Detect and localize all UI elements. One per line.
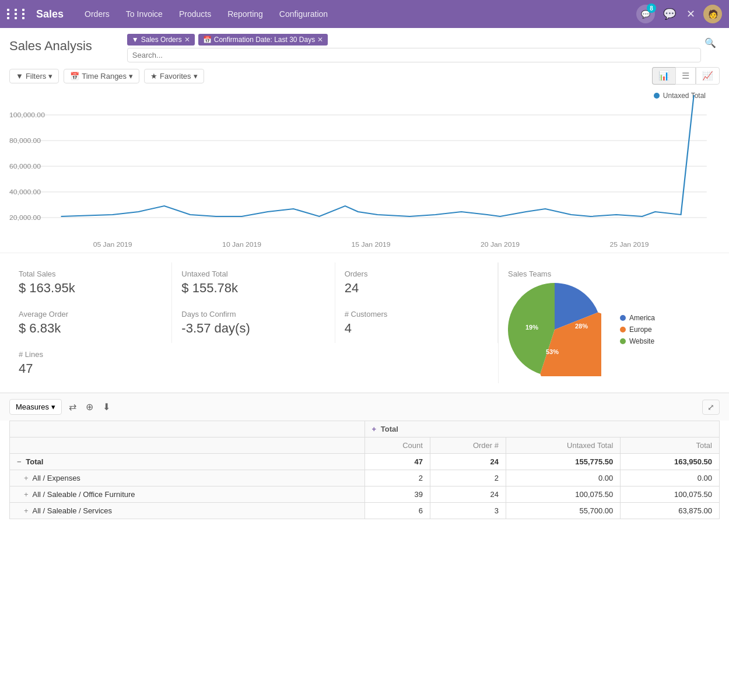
kpi-untaxed-value: $ 155.78k xyxy=(181,281,325,296)
row-collapse-icon[interactable]: − xyxy=(17,457,22,466)
filter-toolbar: ▼ Filters ▾ 📅 Time Ranges ▾ ★ Favorites … xyxy=(0,62,729,89)
menu-to-invoice[interactable]: To Invoice xyxy=(119,6,170,22)
menu-configuration[interactable]: Configuration xyxy=(272,6,335,22)
kpi-left: Total Sales $ 163.95k Untaxed Total $ 15… xyxy=(9,262,498,383)
col-count: Count xyxy=(365,438,430,454)
svg-text:100,000.00: 100,000.00 xyxy=(9,111,45,118)
search-area: ▼ Sales Orders ✕ 📅 Confirmation Date: La… xyxy=(127,34,701,62)
row-services-untaxed: 55,700.00 xyxy=(506,503,621,519)
settings-icon[interactable]: ✕ xyxy=(684,5,698,23)
row-total-order: 24 xyxy=(430,454,506,470)
kpi-avg-order: Average Order $ 6.83k xyxy=(9,303,172,343)
row-expand-icon2[interactable]: + xyxy=(24,490,29,499)
top-navigation: Sales Orders To Invoice Products Reporti… xyxy=(0,0,729,28)
menu-orders[interactable]: Orders xyxy=(78,6,117,22)
sales-teams-widget: Sales Teams America xyxy=(498,262,720,383)
america-label: America xyxy=(629,314,655,322)
col-order: Order # xyxy=(430,438,506,454)
search-input[interactable] xyxy=(132,51,366,60)
menu-products[interactable]: Products xyxy=(172,6,218,22)
svg-text:80,000.00: 80,000.00 xyxy=(9,137,41,144)
pie-legend: America Europe Website xyxy=(620,314,655,345)
filter-tag-close[interactable]: ✕ xyxy=(184,36,190,44)
col-expand-icon[interactable]: + xyxy=(372,425,377,433)
website-label: Website xyxy=(629,337,654,345)
kpi-area: Total Sales $ 163.95k Untaxed Total $ 15… xyxy=(0,253,729,393)
list-view-button[interactable]: ☰ xyxy=(675,67,696,85)
menu-reporting[interactable]: Reporting xyxy=(220,6,270,22)
america-dot xyxy=(620,315,626,321)
kpi-days-value: -3.57 day(s) xyxy=(181,321,325,336)
pivot-col-total-header: + Total xyxy=(365,421,720,438)
time-ranges-label: Time Ranges xyxy=(82,72,127,80)
table-toolbar: Measures ▾ ⇄ ⊕ ⬇ ⤢ xyxy=(0,393,729,421)
page-content: Sales Analysis ▼ Sales Orders ✕ 📅 Confir… xyxy=(0,28,729,700)
filter-tag-date-label: Confirmation Date: Last 30 Days xyxy=(214,36,315,44)
download-button[interactable]: ⬇ xyxy=(100,399,113,415)
bar-view-button[interactable]: 📈 xyxy=(696,67,720,85)
row-expenses-untaxed: 0.00 xyxy=(506,470,621,487)
app-logo: Sales xyxy=(36,8,64,20)
filters-button[interactable]: ▼ Filters ▾ xyxy=(9,69,59,83)
filters-label: Filters xyxy=(26,72,46,80)
notifications-button[interactable]: 💬 8 xyxy=(636,5,655,23)
measures-button[interactable]: Measures ▾ xyxy=(9,399,62,415)
fullscreen-button[interactable]: ⤢ xyxy=(702,400,720,415)
svg-text:20,000.00: 20,000.00 xyxy=(9,214,41,221)
table-row: − Total 47 24 155,775.50 163,950.50 xyxy=(10,454,720,470)
svg-text:10 Jan 2019: 10 Jan 2019 xyxy=(222,241,261,248)
calendar-icon: 📅 xyxy=(203,36,212,44)
row-total-total: 163,950.50 xyxy=(621,454,720,470)
row-services-label: + All / Saleable / Services xyxy=(10,503,365,519)
pivot-table: + Total Count Order # Untaxed Total Tota… xyxy=(9,421,720,519)
measures-label: Measures xyxy=(16,402,49,411)
filter-tag-date-close[interactable]: ✕ xyxy=(317,36,323,44)
search-button[interactable]: 🔍 xyxy=(701,34,720,52)
favorites-button[interactable]: ★ Favorites ▾ xyxy=(144,69,204,83)
table-row: + All / Saleable / Services 6 3 55,700.0… xyxy=(10,503,720,519)
time-ranges-button[interactable]: 📅 Time Ranges ▾ xyxy=(64,69,139,83)
swap-icon-button[interactable]: ⇄ xyxy=(66,399,79,415)
kpi-lines-value: 47 xyxy=(19,361,163,376)
app-grid-menu[interactable] xyxy=(7,9,28,19)
filter-tag-date[interactable]: 📅 Confirmation Date: Last 30 Days ✕ xyxy=(198,34,328,46)
row-expenses-order: 2 xyxy=(430,470,506,487)
europe-label: Europe xyxy=(629,326,652,334)
favorites-chevron: ▾ xyxy=(194,72,198,80)
row-furniture-count: 39 xyxy=(365,487,430,503)
col-untaxed: Untaxed Total xyxy=(506,438,621,454)
favorites-label: Favorites xyxy=(160,72,191,80)
chart-view-button[interactable]: 📊 xyxy=(652,67,675,85)
row-furniture-order: 24 xyxy=(430,487,506,503)
svg-text:05 Jan 2019: 05 Jan 2019 xyxy=(93,241,132,248)
kpi-customers: # Customers 4 xyxy=(335,303,498,343)
table-row: + All / Saleable / Office Furniture 39 2… xyxy=(10,487,720,503)
svg-text:20 Jan 2019: 20 Jan 2019 xyxy=(481,241,520,248)
row-total-untaxed: 155,775.50 xyxy=(506,454,621,470)
row-expand-icon3[interactable]: + xyxy=(24,506,29,515)
row-expenses-total: 0.00 xyxy=(621,470,720,487)
chart-svg-wrap: 20,000.00 40,000.00 60,000.00 80,000.00 … xyxy=(9,89,720,253)
row-services-order: 3 xyxy=(430,503,506,519)
filter-tag-sales-orders[interactable]: ▼ Sales Orders ✕ xyxy=(127,34,195,46)
kpi-avg-order-label: Average Order xyxy=(19,310,162,318)
kpi-avg-order-value: $ 6.83k xyxy=(19,321,162,336)
row-furniture-untaxed: 100,075.50 xyxy=(506,487,621,503)
col-total: Total xyxy=(621,438,720,454)
time-ranges-chevron: ▾ xyxy=(129,72,133,80)
row-expand-icon[interactable]: + xyxy=(24,474,29,482)
search-input-wrap xyxy=(127,48,701,62)
expand-rows-button[interactable]: ⊕ xyxy=(83,399,96,415)
filter-tag-label: Sales Orders xyxy=(141,36,182,44)
row-expenses-count: 2 xyxy=(365,470,430,487)
line-chart-svg: 20,000.00 40,000.00 60,000.00 80,000.00 … xyxy=(9,89,720,253)
pie-container: America Europe Website xyxy=(508,283,710,376)
kpi-untaxed-label: Untaxed Total xyxy=(181,270,325,278)
filter-icon: ▼ xyxy=(16,72,23,80)
chat-icon[interactable]: 💬 xyxy=(661,5,678,23)
kpi-customers-label: # Customers xyxy=(345,310,488,318)
row-total-label: − Total xyxy=(10,454,365,470)
svg-text:15 Jan 2019: 15 Jan 2019 xyxy=(352,241,391,248)
filter-tags: ▼ Sales Orders ✕ 📅 Confirmation Date: La… xyxy=(127,34,701,46)
user-avatar[interactable]: 🧑 xyxy=(703,5,722,23)
